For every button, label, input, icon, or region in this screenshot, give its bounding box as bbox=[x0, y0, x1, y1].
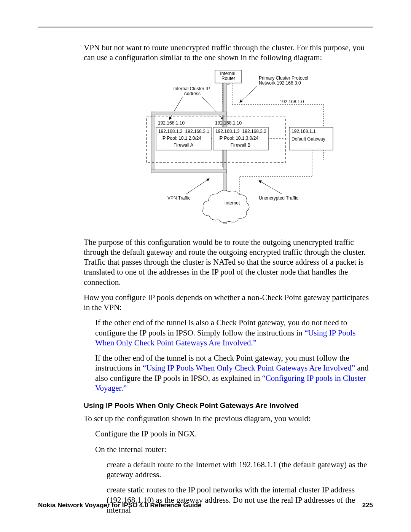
svg-line-7 bbox=[202, 97, 224, 120]
section-heading: Using IP Pools When Only Check Point Gat… bbox=[38, 401, 373, 410]
footer-title: Nokia Network Voyager for IPSO 4.0 Refer… bbox=[38, 502, 202, 509]
after-p2: How you configure IP pools depends on wh… bbox=[38, 292, 373, 313]
diagram-gw-name: Default Gateway bbox=[292, 136, 325, 142]
diagram-fwA-l1: 192.168.1.2 bbox=[158, 129, 183, 134]
svg-rect-11 bbox=[151, 170, 226, 173]
svg-line-22 bbox=[186, 179, 209, 194]
diagram-internal-router: Internal Router bbox=[220, 71, 236, 81]
network-diagram: Internal Router Primary Cluster Protocol… bbox=[126, 68, 346, 230]
svg-line-6 bbox=[169, 97, 183, 120]
svg-line-8 bbox=[240, 86, 257, 102]
footer-page-number: 225 bbox=[362, 502, 373, 509]
diagram-vpn-traffic: VPN Traffic bbox=[167, 195, 190, 201]
section-s1: Configure the IP pools in NGX. bbox=[38, 429, 373, 439]
diagram-internal-cluster-ip: Internal Cluster IP Address bbox=[173, 86, 211, 96]
after-li2: If the other end of the tunnel is not a … bbox=[38, 353, 373, 393]
svg-rect-12 bbox=[151, 112, 226, 115]
diagram-fwB-top: 192.168.1.10 bbox=[215, 120, 242, 126]
page-footer: Nokia Network Voyager for IPSO 4.0 Refer… bbox=[38, 499, 373, 509]
section-s2: On the internal router: bbox=[38, 444, 373, 454]
section-s2a: create a default route to the Internet w… bbox=[38, 460, 373, 480]
diagram-internet: Internet bbox=[225, 200, 240, 206]
after-li1: If the other end of the tunnel is also a… bbox=[38, 318, 373, 348]
diagram-primary-cluster: Primary Cluster Protocol Network 192.168… bbox=[259, 75, 309, 86]
top-rule bbox=[38, 27, 373, 27]
diagram-gw-ip: 192.168.1.1 bbox=[292, 129, 316, 134]
section-p1: To set up the configuration shown in the… bbox=[38, 414, 373, 423]
diagram-fwA-pool: IP Pool: 10.1.2.0/24 bbox=[161, 136, 202, 141]
intro-paragraph: VPN but not want to route unencrypted tr… bbox=[38, 43, 373, 63]
diagram-fwB-r1: 192.168.3.2 bbox=[242, 129, 267, 134]
diagram-fwB-name: Firewall B bbox=[231, 142, 251, 148]
link-ip-pools-checkpoint-2[interactable]: “Using IP Pools When Only Check Point Ga… bbox=[143, 363, 355, 372]
after-p1: The purpose of this configuration would … bbox=[38, 237, 373, 287]
diagram-fwB-l1: 192.168.1.3 bbox=[215, 129, 240, 134]
diagram-fwA-r1: 192.168.3.1 bbox=[185, 129, 210, 134]
diagram-fwA-name: Firewall A bbox=[174, 142, 193, 148]
page: VPN but not want to route unencrypted tr… bbox=[0, 0, 411, 532]
diagram-fwB-pool: IP Pool: 10.1.3.0/24 bbox=[218, 136, 259, 141]
diagram-unencrypted: Unencrypted Traffic bbox=[259, 195, 298, 201]
svg-line-23 bbox=[259, 181, 282, 194]
diagram-fwA-top: 192.168.1.10 bbox=[158, 120, 185, 126]
diagram-net-right: 192.168.1.0 bbox=[280, 99, 304, 104]
svg-rect-10 bbox=[151, 112, 154, 173]
